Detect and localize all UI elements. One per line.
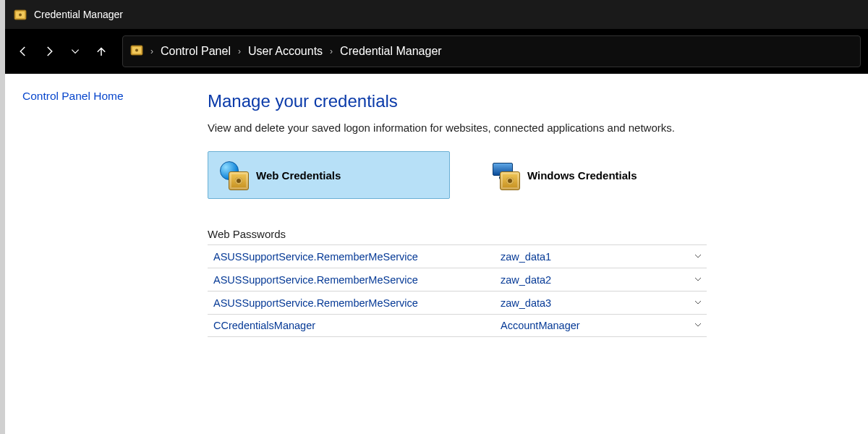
- credential-account: AccountManager: [501, 320, 689, 331]
- credential-type-tabs: Web Credentials Windows Credentials: [208, 151, 846, 199]
- credential-row[interactable]: ASUSSupportService.RememberMeServicezaw_…: [208, 268, 707, 291]
- credential-account: zaw_data2: [501, 274, 689, 286]
- chevron-down-icon[interactable]: [689, 297, 707, 309]
- credentials-table: ASUSSupportService.RememberMeServicezaw_…: [208, 244, 707, 337]
- tab-label: Windows Credentials: [527, 169, 637, 182]
- up-button[interactable]: [90, 41, 112, 62]
- web-credentials-icon: [218, 160, 249, 190]
- svg-point-2: [19, 14, 22, 17]
- window-title: Credential Manager: [34, 9, 123, 20]
- page-title: Manage your credentials: [208, 91, 846, 111]
- forward-button[interactable]: [38, 41, 60, 62]
- sidebar: Control Panel Home: [5, 74, 200, 434]
- tab-windows-credentials[interactable]: Windows Credentials: [479, 151, 721, 199]
- svg-point-5: [135, 49, 138, 52]
- window: Credential Manager › Control Panel: [5, 0, 868, 434]
- content-area: Control Panel Home Manage your credentia…: [5, 74, 868, 434]
- main-panel: Manage your credentials View and delete …: [200, 74, 868, 434]
- chevron-down-icon[interactable]: [689, 251, 707, 263]
- breadcrumb-user-accounts[interactable]: User Accounts: [248, 45, 323, 58]
- breadcrumb-separator-icon: ›: [150, 46, 153, 56]
- breadcrumb-control-panel[interactable]: Control Panel: [161, 45, 231, 58]
- titlebar: Credential Manager: [5, 0, 868, 29]
- credential-service: ASUSSupportService.RememberMeService: [208, 274, 501, 286]
- page-description: View and delete your saved logon informa…: [208, 122, 846, 134]
- credential-service: CCredentialsManager: [208, 320, 501, 331]
- navbar: › Control Panel › User Accounts › Creden…: [5, 29, 868, 74]
- back-button[interactable]: [12, 41, 34, 62]
- chevron-down-icon[interactable]: [689, 320, 707, 331]
- section-label: Web Passwords: [208, 228, 846, 240]
- control-panel-home-link[interactable]: Control Panel Home: [22, 90, 124, 102]
- control-panel-icon: [130, 43, 143, 59]
- credential-row[interactable]: ASUSSupportService.RememberMeServicezaw_…: [208, 244, 707, 268]
- breadcrumb-separator-icon: ›: [330, 46, 333, 56]
- credential-manager-app-icon: [14, 8, 27, 21]
- tab-web-credentials[interactable]: Web Credentials: [208, 151, 450, 199]
- credential-service: ASUSSupportService.RememberMeService: [208, 297, 501, 309]
- tab-label: Web Credentials: [256, 169, 341, 182]
- chevron-down-icon[interactable]: [689, 274, 707, 286]
- windows-credentials-icon: [490, 160, 520, 190]
- credential-account: zaw_data1: [501, 251, 689, 263]
- breadcrumb-credential-manager[interactable]: Credential Manager: [340, 45, 442, 58]
- credential-account: zaw_data3: [501, 297, 689, 309]
- recent-locations-button[interactable]: [64, 41, 86, 62]
- credential-row[interactable]: CCredentialsManagerAccountManager: [208, 314, 707, 337]
- credential-row[interactable]: ASUSSupportService.RememberMeServicezaw_…: [208, 291, 707, 314]
- credential-service: ASUSSupportService.RememberMeService: [208, 251, 501, 263]
- address-bar[interactable]: › Control Panel › User Accounts › Creden…: [122, 35, 861, 67]
- breadcrumb-separator-icon: ›: [238, 46, 241, 56]
